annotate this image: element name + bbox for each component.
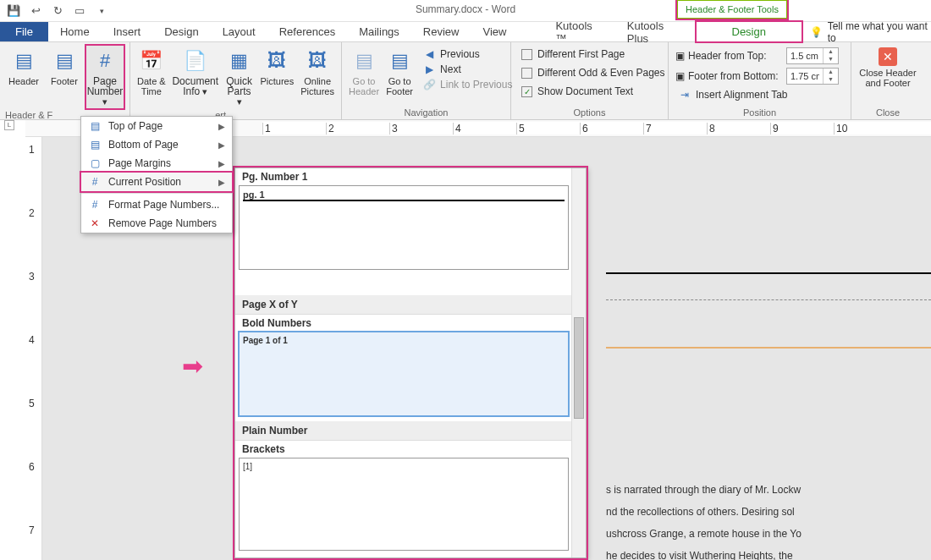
tab-references[interactable]: References bbox=[267, 22, 347, 41]
footer-bottom-input[interactable] bbox=[787, 69, 823, 84]
group-label-position: Position bbox=[674, 106, 846, 119]
doc-info-button[interactable]: 📄Document Info ▾ bbox=[171, 46, 220, 98]
undo-icon[interactable]: ↩ bbox=[29, 4, 42, 18]
header-top-icon: ▣ bbox=[675, 50, 685, 62]
menu-current-position[interactable]: #Current Position▶ bbox=[81, 173, 232, 191]
tab-insert[interactable]: Insert bbox=[102, 22, 153, 41]
tab-mailings[interactable]: Mailings bbox=[347, 22, 411, 41]
header-rule bbox=[606, 272, 931, 274]
submenu-arrow-icon: ▶ bbox=[218, 178, 225, 187]
horizontal-ruler[interactable]: 12345678910 bbox=[262, 122, 931, 135]
page-bottom-icon: ▤ bbox=[88, 139, 102, 151]
pictures-icon: 🖼 bbox=[263, 47, 290, 74]
page-number-gallery: Pg. Number 1 pg. 1 Page X of Y Bold Numb… bbox=[234, 167, 587, 558]
window-title: Summary.docx - Word bbox=[416, 3, 515, 15]
gallery-item-brackets[interactable]: [1] bbox=[239, 458, 569, 551]
tab-kutools[interactable]: Kutools ™ bbox=[543, 22, 614, 41]
footer-bottom-icon: ▣ bbox=[675, 70, 685, 82]
scrollbar-thumb[interactable] bbox=[574, 317, 584, 419]
goto-header-icon: ▤ bbox=[350, 47, 377, 74]
menu-bottom-of-page[interactable]: ▤Bottom of Page▶ bbox=[81, 135, 232, 154]
show-doc-checkbox[interactable]: ✓Show Document Text bbox=[518, 85, 669, 98]
pictures-button[interactable]: 🖼Pictures bbox=[259, 46, 296, 88]
format-icon: # bbox=[88, 199, 102, 211]
gallery-item-bold-numbers[interactable]: Page 1 of 1 bbox=[239, 332, 569, 416]
tab-layout[interactable]: Layout bbox=[211, 22, 267, 41]
current-position-icon: # bbox=[88, 176, 102, 188]
diff-odd-checkbox[interactable]: Different Odd & Even Pages bbox=[518, 66, 669, 80]
tab-view[interactable]: View bbox=[471, 22, 518, 41]
tab-home[interactable]: Home bbox=[48, 22, 102, 41]
header-button[interactable]: ▤Header bbox=[5, 46, 42, 88]
header-top-input[interactable] bbox=[787, 48, 823, 63]
annotation-arrow: ➡ bbox=[182, 351, 203, 381]
redo-icon[interactable]: ↻ bbox=[51, 4, 64, 18]
submenu-arrow-icon: ▶ bbox=[218, 159, 225, 168]
contextual-tab-group: Header & Footer Tools bbox=[677, 0, 787, 19]
bulb-icon: 💡 bbox=[810, 26, 823, 38]
tab-selector[interactable]: L bbox=[4, 120, 14, 130]
submenu-arrow-icon: ▶ bbox=[218, 122, 225, 131]
ribbon: ▤Header ▤Footer #Page Number ▾ Header & … bbox=[0, 42, 931, 120]
quick-parts-button[interactable]: ▦Quick Parts ▾ bbox=[223, 46, 256, 108]
close-icon: ✕ bbox=[879, 47, 897, 66]
header-top-spinner[interactable]: ▲▼ bbox=[786, 47, 839, 64]
checkbox-checked-icon: ✓ bbox=[521, 86, 532, 97]
gallery-group-plain-number: Plain Number bbox=[235, 421, 586, 441]
next-button[interactable]: ▶Next bbox=[420, 63, 515, 76]
goto-footer-icon: ▤ bbox=[386, 47, 413, 74]
group-label-nav: Navigation bbox=[347, 106, 505, 119]
menu-remove-page-numbers[interactable]: ✕Remove Page Numbers bbox=[81, 214, 232, 233]
tab-strip: File Home Insert Design Layout Reference… bbox=[0, 22, 931, 42]
tell-me-search[interactable]: 💡Tell me what you want to bbox=[810, 22, 931, 41]
close-hf-button[interactable]: ✕Close Header and Footer bbox=[857, 46, 919, 90]
gallery-item-pg1[interactable]: pg. 1 bbox=[239, 185, 569, 270]
align-tab-icon: ⇥ bbox=[679, 89, 691, 101]
header-icon: ▤ bbox=[10, 47, 37, 74]
menu-top-of-page[interactable]: ▤Top of Page▶ bbox=[81, 117, 232, 135]
gallery-heading-brackets: Brackets bbox=[235, 441, 586, 458]
tab-file[interactable]: File bbox=[0, 22, 48, 41]
touch-icon[interactable]: ▭ bbox=[73, 4, 86, 18]
gallery-scrollbar[interactable] bbox=[571, 168, 586, 557]
goto-footer-button[interactable]: ▤Go to Footer bbox=[384, 46, 415, 98]
footer-button[interactable]: ▤Footer bbox=[46, 46, 83, 88]
remove-icon: ✕ bbox=[88, 217, 102, 229]
footer-bottom-label: Footer from Bottom: bbox=[688, 70, 783, 82]
next-icon: ▶ bbox=[423, 63, 435, 75]
link-previous-button[interactable]: 🔗Link to Previous bbox=[420, 78, 515, 91]
qat-more-icon[interactable]: ▾ bbox=[95, 4, 108, 18]
group-label-close: Close bbox=[857, 106, 919, 119]
document-body-text[interactable]: s is narrated through the diary of Mr. L… bbox=[606, 479, 931, 560]
insert-align-tab-button[interactable]: ⇥Insert Alignment Tab bbox=[675, 88, 839, 102]
footer-bottom-spinner[interactable]: ▲▼ bbox=[786, 68, 839, 85]
tab-kutools-plus[interactable]: Kutools Plus bbox=[615, 22, 697, 41]
online-pictures-button[interactable]: 🖼Online Pictures bbox=[299, 46, 336, 98]
save-icon[interactable]: 💾 bbox=[7, 4, 20, 18]
page-number-button[interactable]: #Page Number ▾ bbox=[86, 46, 124, 108]
tab-hf-design[interactable]: Design bbox=[697, 22, 802, 41]
doc-info-icon: 📄 bbox=[182, 47, 209, 74]
page-top-icon: ▤ bbox=[88, 120, 102, 132]
gallery-heading-pg-number: Pg. Number 1 bbox=[235, 168, 586, 185]
page-number-menu: ▤Top of Page▶ ▤Bottom of Page▶ ▢Page Mar… bbox=[80, 116, 233, 233]
previous-button[interactable]: ◀Previous bbox=[420, 47, 515, 61]
diff-first-checkbox[interactable]: Different First Page bbox=[518, 47, 669, 61]
header-top-label: Header from Top: bbox=[688, 50, 783, 62]
quick-parts-icon: ▦ bbox=[226, 47, 253, 74]
calendar-icon: 📅 bbox=[138, 47, 165, 74]
vertical-ruler[interactable]: 1234567 bbox=[25, 135, 42, 560]
checkbox-icon bbox=[521, 68, 532, 79]
menu-page-margins[interactable]: ▢Page Margins▶ bbox=[81, 154, 232, 173]
header-boundary bbox=[606, 299, 931, 300]
tab-review[interactable]: Review bbox=[411, 22, 471, 41]
tab-design[interactable]: Design bbox=[152, 22, 210, 41]
page-number-icon: # bbox=[91, 47, 118, 74]
date-time-button[interactable]: 📅Date & Time bbox=[135, 46, 168, 98]
online-pictures-icon: 🖼 bbox=[304, 47, 331, 74]
gallery-group-page-x-of-y: Page X of Y bbox=[235, 295, 586, 315]
checkbox-icon bbox=[521, 49, 532, 60]
previous-icon: ◀ bbox=[423, 48, 435, 60]
menu-format-page-numbers[interactable]: #Format Page Numbers... bbox=[81, 195, 232, 214]
goto-header-button[interactable]: ▤Go to Header bbox=[347, 46, 381, 98]
